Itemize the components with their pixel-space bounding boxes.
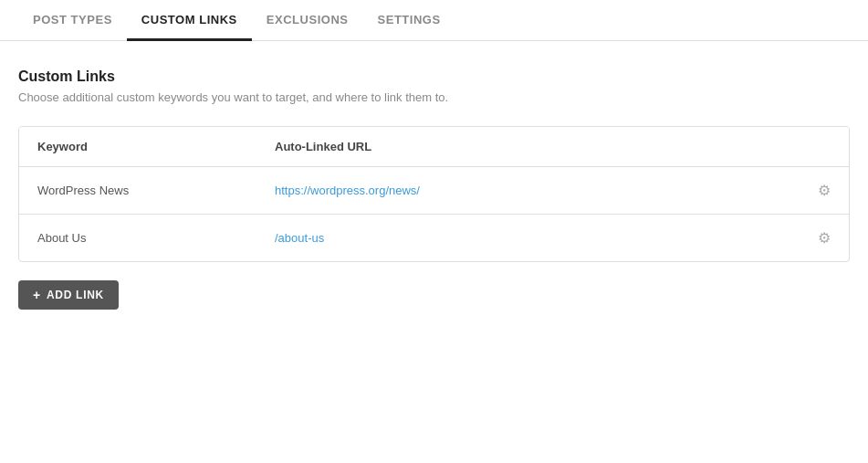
column-header-url: Auto-Linked URL	[275, 140, 831, 153]
gear-icon[interactable]: ⚙	[818, 229, 831, 247]
tab-post-types[interactable]: POST TYPES	[18, 0, 127, 41]
page-wrapper: POST TYPES CUSTOM LINKS EXCLUSIONS SETTI…	[0, 0, 868, 463]
column-header-keyword: Keyword	[37, 140, 275, 153]
tab-exclusions[interactable]: EXCLUSIONS	[252, 0, 363, 41]
table-header: Keyword Auto-Linked URL	[19, 127, 849, 167]
url-cell: https://wordpress.org/news/	[275, 184, 794, 197]
row-actions: ⚙	[794, 229, 831, 247]
links-table: Keyword Auto-Linked URL WordPress News h…	[18, 126, 850, 262]
url-link[interactable]: /about-us	[275, 231, 324, 245]
add-link-label: ADD LINK	[47, 289, 104, 301]
section-description: Choose additional custom keywords you wa…	[18, 90, 850, 104]
add-link-button[interactable]: + ADD LINK	[18, 280, 119, 310]
gear-icon[interactable]: ⚙	[818, 182, 831, 199]
table-row: About Us /about-us ⚙	[19, 215, 849, 261]
tab-settings[interactable]: SETTINGS	[363, 0, 455, 41]
section-title: Custom Links	[18, 68, 850, 85]
tab-custom-links[interactable]: CUSTOM LINKS	[127, 0, 252, 41]
url-cell: /about-us	[275, 231, 794, 245]
tabs-bar: POST TYPES CUSTOM LINKS EXCLUSIONS SETTI…	[0, 0, 868, 41]
table-row: WordPress News https://wordpress.org/new…	[19, 167, 849, 215]
keyword-cell: About Us	[37, 231, 275, 245]
keyword-cell: WordPress News	[37, 184, 275, 197]
content-area: Custom Links Choose additional custom ke…	[0, 41, 868, 337]
url-link[interactable]: https://wordpress.org/news/	[275, 184, 420, 197]
plus-icon: +	[33, 289, 41, 301]
row-actions: ⚙	[794, 182, 831, 199]
